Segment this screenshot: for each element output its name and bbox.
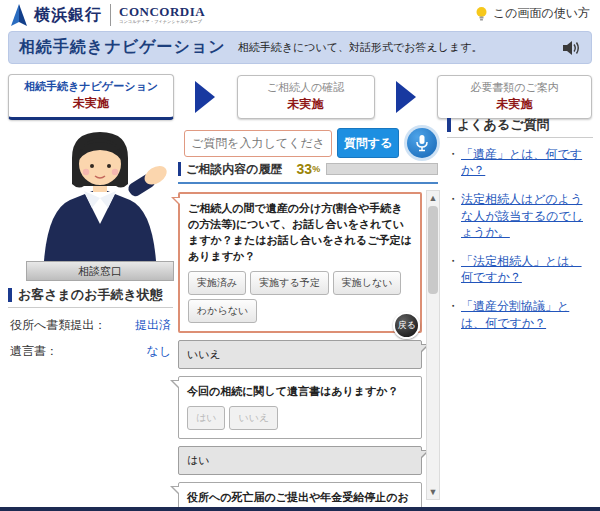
status-row: 役所へ書類提出：提出済 — [8, 317, 173, 334]
faq-bullet: ・ — [447, 146, 459, 178]
status-panel: お客さまのお手続き状態 役所へ書類提出：提出済遺言書：なし — [8, 286, 173, 360]
advisor-panel: 相談窓口 — [26, 128, 174, 281]
faq-link[interactable]: 「法定相続人」とは、何ですか？ — [461, 253, 593, 285]
screen-help-link[interactable]: この画面の使い方 — [475, 5, 590, 22]
faq-item: ・法定相続人はどのような人が該当するのでしょうか。 — [447, 191, 593, 240]
answer-buttons: 実施済み実施する予定実施しないわからない — [188, 271, 412, 323]
answer-button[interactable]: 実施しない — [333, 271, 402, 295]
faq-title: よくあるご質問 — [457, 116, 550, 134]
advisor-illustration — [26, 128, 174, 261]
section-accent-bar — [447, 118, 451, 132]
user-message: はい — [178, 446, 422, 475]
step-label: 相続手続きナビゲーション — [15, 79, 167, 94]
answer-buttons: はいいいえ — [187, 406, 413, 430]
step-label: ご相続人の確認 — [244, 80, 368, 95]
back-button[interactable]: 戻る — [393, 312, 420, 339]
faq-link[interactable]: 「遺産分割協議」とは、何ですか？ — [461, 298, 593, 330]
bank-logo-icon — [8, 3, 30, 27]
step-3[interactable]: 必要書類のご案内未実施 — [437, 75, 592, 119]
ask-button[interactable]: 質問する — [337, 128, 399, 158]
status-rows: 役所へ書類提出：提出済遺言書：なし — [8, 317, 173, 360]
microphone-icon — [407, 128, 437, 158]
bot-message: 今回の相続に関して遺言書はありますか？はいいいえ — [178, 376, 422, 439]
step-status: 未実施 — [444, 96, 585, 113]
status-row: 遺言書：なし — [8, 343, 173, 360]
scrollbar-thumb[interactable] — [428, 206, 438, 294]
step-status: 未実施 — [244, 96, 368, 113]
scroll-up-icon[interactable]: ▲ — [427, 191, 439, 205]
message-text: ご相続人の間で遺産の分け方(割合や手続きの方法等)について、お話し合いをされてい… — [188, 201, 412, 265]
group-brand: CONCORDIA コンコルディア・フィナンシャルグループ — [119, 5, 206, 25]
answer-button[interactable]: わからない — [188, 299, 257, 323]
status-panel-title: お客さまのお手続き状態 — [18, 286, 163, 304]
history-label: ご相談内容の履歴 — [186, 161, 283, 178]
lightbulb-icon — [475, 6, 488, 22]
status-row-label: 役所へ書類提出： — [10, 317, 106, 334]
step-1[interactable]: 相続手続きナビゲーション未実施 — [8, 74, 174, 120]
top-header: 横浜銀行 CONCORDIA コンコルディア・フィナンシャルグループ この画面の… — [0, 0, 600, 30]
question-bar: 質問する — [184, 126, 442, 160]
faq-link[interactable]: 「遺産」とは、何ですか？ — [461, 146, 593, 178]
history-progress-row: ご相談内容の履歴 33 % — [178, 160, 438, 184]
faq-bullet: ・ — [447, 298, 459, 330]
microphone-button[interactable] — [404, 125, 440, 161]
faq-item: ・「遺産」とは、何ですか？ — [447, 146, 593, 178]
faq-bullet: ・ — [447, 191, 459, 240]
faq-item: ・「法定相続人」とは、何ですか？ — [447, 253, 593, 285]
message-text: 今回の相続に関して遺言書はありますか？ — [187, 384, 413, 400]
faq-list: ・「遺産」とは、何ですか？・法定相続人はどのような人が該当するのでしょうか。・「… — [447, 146, 593, 331]
section-accent-bar — [8, 288, 12, 302]
bottom-bar — [0, 507, 600, 511]
faq-item: ・「遺産分割協議」とは、何ですか？ — [447, 298, 593, 330]
bank-logo[interactable]: 横浜銀行 CONCORDIA コンコルディア・フィナンシャルグループ — [8, 3, 206, 27]
answer-button[interactable]: 実施済み — [188, 271, 246, 295]
title-bar: 相続手続きナビゲーション 相続手続きについて、対話形式でお答えします。 — [8, 31, 592, 64]
step-label: 必要書類のご案内 — [444, 80, 585, 95]
screen-help-label: この画面の使い方 — [493, 5, 590, 22]
chat-zone: ご相続人の間で遺産の分け方(割合や手続きの方法等)について、お話し合いをされてい… — [178, 190, 440, 500]
user-message: いいえ — [178, 340, 422, 369]
faq-link[interactable]: 法定相続人はどのような人が該当するのでしょうか。 — [461, 191, 593, 240]
faq-panel: よくあるご質問 ・「遺産」とは、何ですか？・法定相続人はどのような人が該当するの… — [447, 116, 593, 344]
speaker-icon[interactable] — [561, 39, 581, 57]
chat-messages: ご相続人の間で遺産の分け方(割合や手続きの方法等)について、お話し合いをされてい… — [178, 192, 422, 511]
page-title: 相続手続きナビゲーション — [19, 37, 226, 58]
scroll-down-icon[interactable]: ▼ — [427, 485, 439, 499]
message-text: いいえ — [187, 347, 413, 362]
faq-header: よくあるご質問 — [447, 116, 593, 138]
bank-name: 横浜銀行 — [34, 5, 102, 26]
steps: 相続手続きナビゲーション未実施ご相続人の確認未実施必要書類のご案内未実施 — [8, 74, 592, 120]
history-progress-track — [326, 163, 438, 175]
advisor-caption: 相談窓口 — [26, 261, 174, 281]
history-percent-unit: % — [312, 164, 320, 174]
step-arrow-icon — [396, 81, 416, 113]
group-name: CONCORDIA — [119, 5, 206, 18]
history-percent: 33 — [297, 161, 313, 177]
step-2[interactable]: ご相続人の確認未実施 — [237, 75, 375, 119]
faq-bullet: ・ — [447, 253, 459, 285]
message-text: はい — [187, 453, 413, 468]
group-subtitle: コンコルディア・フィナンシャルグループ — [119, 20, 202, 24]
answer-button[interactable]: 実施する予定 — [250, 271, 328, 295]
answer-button: いいえ — [229, 406, 278, 430]
status-row-label: 遺言書： — [10, 343, 58, 360]
brand-divider — [110, 4, 111, 26]
status-panel-header: お客さまのお手続き状態 — [8, 286, 173, 308]
page-subtitle: 相続手続きについて、対話形式でお答えします。 — [238, 40, 483, 55]
section-accent-bar — [178, 162, 181, 176]
step-arrow-icon — [195, 81, 215, 113]
step-status: 未実施 — [15, 95, 167, 112]
chat-scrollbar[interactable]: ▲ ▼ — [426, 190, 440, 500]
status-row-value: なし — [146, 343, 171, 360]
bot-message: ご相続人の間で遺産の分け方(割合や手続きの方法等)について、お話し合いをされてい… — [178, 192, 422, 333]
inheritance-navigator-app: 横浜銀行 CONCORDIA コンコルディア・フィナンシャルグループ この画面の… — [0, 0, 600, 511]
answer-button: はい — [187, 406, 225, 430]
question-input[interactable] — [184, 130, 332, 157]
status-row-value: 提出済 — [135, 317, 171, 334]
